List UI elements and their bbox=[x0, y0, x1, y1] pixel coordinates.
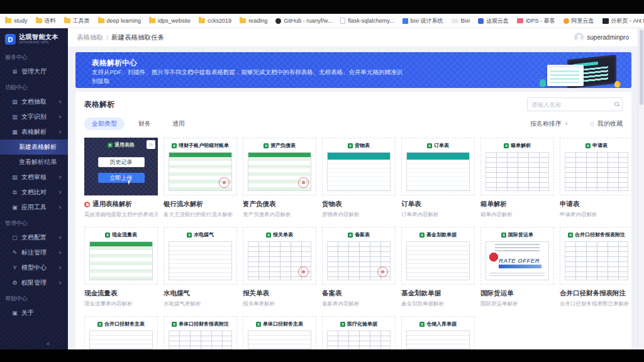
chevron-down-icon: ∨ bbox=[58, 205, 64, 210]
folder-icon bbox=[36, 18, 42, 23]
card-name-row: 报关单表 bbox=[243, 289, 316, 298]
template-card[interactable]: X合并口径财务主表 bbox=[84, 316, 158, 349]
card-description: 各大主流银行的银行流水解析 bbox=[164, 211, 237, 219]
history-button[interactable]: 历史记录 bbox=[98, 157, 145, 167]
sidebar-item-标注管理[interactable]: ✎标注管理∨ bbox=[0, 245, 68, 260]
filter-pill-全部类型[interactable]: 全部类型 bbox=[84, 118, 125, 130]
sort-dropdown[interactable]: 按名称排序 ∨ bbox=[530, 119, 568, 128]
template-card[interactable]: X申请表申请表申请表内容解析 bbox=[560, 138, 631, 219]
sidebar-item-label: 管理大厅 bbox=[21, 67, 64, 76]
breadcrumb-parent[interactable]: 表格抽取 bbox=[77, 33, 103, 42]
sidebar-item-文档比对[interactable]: ⧉文档比对∨ bbox=[0, 185, 68, 200]
bookmark-item[interactable]: GitHub - ruanyf/w... bbox=[275, 18, 332, 24]
search-icon[interactable] bbox=[614, 102, 619, 107]
banner-illustration bbox=[538, 56, 620, 88]
template-card[interactable]: X订单表订单表订单表内容解析 bbox=[401, 138, 475, 219]
mini-table bbox=[248, 331, 311, 349]
user-menu[interactable]: superadminpro bbox=[574, 33, 629, 42]
template-card[interactable]: X单体口径财务报表附注 bbox=[164, 316, 237, 349]
sidebar-item-模型中心[interactable]: Y模型中心∨ bbox=[0, 260, 68, 275]
user-name: superadminpro bbox=[587, 34, 629, 41]
template-card[interactable]: X水电煤气水电煤气水电煤气表解析 bbox=[164, 227, 237, 308]
favorite-star-button[interactable]: ☆ bbox=[147, 140, 155, 149]
template-card[interactable]: X基金划款单据基金划款单据基金划款单据解析 bbox=[401, 227, 475, 308]
bookmark-item[interactable]: 分析页 - Ant Desig... bbox=[602, 17, 644, 25]
sidebar-item-文档审核[interactable]: ▤文档审核∨ bbox=[0, 170, 68, 185]
bookmark-item[interactable]: 工具类 bbox=[64, 17, 90, 25]
thumbnail-header: X合并口径财务主表 bbox=[97, 321, 145, 327]
bookmark-item[interactable]: 达观云盘 bbox=[478, 17, 509, 25]
filter-pill-通用[interactable]: 通用 bbox=[165, 118, 192, 130]
template-card[interactable]: X货物表货物表货物表内容解析 bbox=[322, 138, 396, 219]
sidebar-item-应用工具[interactable]: ▣应用工具∨ bbox=[0, 200, 68, 215]
filter-pill-财务[interactable]: 财务 bbox=[131, 118, 158, 130]
bookmark-item[interactable]: 语料 bbox=[36, 17, 56, 25]
template-card[interactable]: X国际货运单RATE OFFER国际货运单国际货运单解析 bbox=[480, 227, 554, 308]
bookmark-item[interactable]: reading bbox=[240, 18, 267, 24]
template-card[interactable]: X理财子账户明细对账单银行流水解析各大主流银行的银行流水解析 bbox=[164, 138, 237, 219]
bookmark-item[interactable]: Bixi bbox=[452, 18, 470, 24]
thumbnail-header: X合并口径财务报表附注 bbox=[568, 231, 625, 238]
sidebar-item-管理大厅[interactable]: ⊞管理大厅 bbox=[0, 64, 68, 79]
favorites-toggle[interactable]: ☆ 我的收藏 bbox=[589, 119, 623, 128]
banner-title: 表格解析中心 bbox=[92, 58, 137, 69]
card-description: 报关单表解析 bbox=[243, 300, 316, 308]
template-card[interactable]: X报关单表报关单表报关单表解析 bbox=[243, 227, 316, 308]
sidebar-item-权限管理[interactable]: ⚙权限管理∨ bbox=[0, 275, 68, 290]
template-card[interactable]: X通用表格历史记录立即上传☆通用表格解析高效准确地提取文档中的表格元素 bbox=[84, 138, 158, 219]
card-description: 箱单内容解析 bbox=[480, 211, 554, 219]
mini-table bbox=[406, 152, 470, 191]
card-thumbnail: X订单表 bbox=[401, 138, 475, 195]
thumbnail-title: 理财子账户明细对账单 bbox=[179, 142, 229, 149]
bookmark-item[interactable]: flask-sqlalchemy... bbox=[340, 18, 394, 24]
excel-icon: X bbox=[266, 233, 271, 238]
excel-icon: X bbox=[264, 143, 269, 148]
bookmark-item[interactable]: idps_website bbox=[149, 18, 191, 24]
template-card[interactable]: X现金流量表现金流量表现金流量表内容解析 bbox=[84, 227, 158, 308]
table-header-band bbox=[90, 242, 152, 246]
sidebar-subitem-查看解析结果[interactable]: 查看解析结果 bbox=[0, 155, 68, 170]
bookmark-item[interactable]: study bbox=[5, 18, 28, 24]
doc-lines bbox=[495, 244, 540, 251]
bookmark-item[interactable]: ccks2019 bbox=[199, 18, 231, 24]
card-name-row: 合并口径财务报表附注 bbox=[560, 289, 631, 298]
card-name: 国际货运单 bbox=[480, 289, 514, 298]
sidebar-item-关于[interactable]: ▣关于 bbox=[0, 305, 68, 321]
template-card[interactable]: X合并口径财务报表附注合并口径财务报表附注合并口径财务报表附注表解析 bbox=[560, 227, 631, 308]
thumbnail-title: 申请表 bbox=[592, 142, 608, 149]
page-scrollbar[interactable] bbox=[638, 28, 644, 349]
sidebar-collapse-button[interactable]: « bbox=[47, 341, 50, 347]
sidebar-item-文档抽取[interactable]: ▤文档抽取∨ bbox=[0, 94, 68, 109]
mini-table bbox=[89, 241, 153, 280]
sidebar-item-label: 文档配置 bbox=[21, 233, 55, 242]
bookmark-item[interactable]: iDPS - 摹客 bbox=[517, 17, 555, 25]
banner-description: 支持从PDF、扫描件、图片等不同文档中提取表格数据，能够完成文档中的有框表格、无… bbox=[92, 68, 406, 85]
bookmark-item[interactable]: deep learning bbox=[98, 18, 142, 24]
folder-icon bbox=[64, 18, 70, 23]
sidebar-subitem-新建表格解析[interactable]: 新建表格解析 bbox=[0, 140, 68, 155]
template-card[interactable]: X医疗化验单据 bbox=[322, 316, 396, 349]
bookmark-label: ccks2019 bbox=[208, 18, 231, 24]
template-card[interactable]: X资产负债表资产负债表资产负债表内容解析 bbox=[243, 138, 316, 219]
thumbnail-header: X国际货运单 bbox=[501, 231, 533, 238]
logo-icon: D bbox=[5, 34, 16, 45]
thumbnail-title: 订单表 bbox=[434, 142, 449, 149]
scrollbar-thumb[interactable] bbox=[640, 30, 643, 105]
bookmark-item[interactable]: bixi 设计系统 bbox=[402, 17, 443, 25]
sidebar-item-文字识别[interactable]: ▥文字识别∨ bbox=[0, 109, 68, 124]
excel-icon: X bbox=[348, 143, 353, 148]
upload-button[interactable]: 立即上传 bbox=[98, 173, 145, 183]
template-card[interactable]: X箱单解析箱单解析箱单内容解析 bbox=[480, 138, 554, 219]
template-card[interactable]: X仓储入库单据 bbox=[401, 316, 475, 349]
sidebar-item-文档配置[interactable]: ▢文档配置∨ bbox=[0, 230, 68, 245]
card-description: 申请表内容解析 bbox=[560, 211, 631, 219]
template-card[interactable]: X单体口径财务主表 bbox=[243, 316, 316, 349]
search-input[interactable] bbox=[531, 101, 614, 108]
bookmark-item[interactable]: 阿里云盘 bbox=[564, 17, 594, 25]
table-rows bbox=[248, 331, 311, 349]
sidebar-item-表格解析[interactable]: ▦表格解析∧ bbox=[0, 124, 68, 140]
table-rows bbox=[565, 153, 628, 190]
card-name: 货物表 bbox=[322, 200, 342, 209]
template-card[interactable]: X备案表备案表备案表内容解析 bbox=[322, 227, 396, 308]
thumbnail-header: X现金流量表 bbox=[105, 231, 137, 238]
